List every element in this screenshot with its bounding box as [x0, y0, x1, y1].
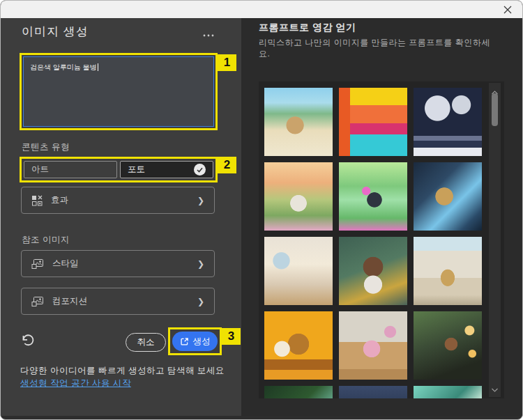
chevron-right-icon: ❯	[197, 196, 204, 205]
generate-icon	[180, 337, 189, 346]
effects-button[interactable]: 효과 ❯	[21, 187, 215, 214]
thumbnail-grid	[264, 88, 482, 398]
chevron-right-icon: ❯	[197, 259, 204, 269]
step-badge-1: 1	[218, 54, 236, 71]
close-icon	[503, 6, 512, 14]
chevron-down-icon	[491, 388, 499, 392]
content-type-photo-button[interactable]: 포토	[120, 161, 213, 178]
generate-image-dialog: 이미지 생성 검은색 알루미늄 물병 1 콘텐츠 유형 아트 포토 2	[0, 0, 523, 420]
inspiration-subtitle: 리믹스하고 나만의 이미지를 만들라는 프롬프트를 확인하세요.	[259, 37, 497, 59]
prompt-input[interactable]: 검은색 알루미늄 물병	[23, 56, 214, 127]
thumbnail-pink-still-life[interactable]	[339, 311, 407, 380]
generate-button-label: 생성	[193, 336, 211, 348]
hint-text: 다양한 아이디어를 빠르게 생성하고 탐색해 보세요	[20, 365, 225, 377]
style-image-icon	[31, 258, 44, 270]
prompt-text: 검은색 알루미늄 물병	[30, 63, 97, 71]
thumbnail-unicorn-illustration[interactable]	[339, 162, 407, 231]
thumbnail-tropical-beach-hut[interactable]	[264, 88, 333, 156]
generate-button[interactable]: 생성	[172, 332, 218, 351]
highlight-box-3: 생성	[168, 327, 222, 355]
undo-icon	[20, 333, 36, 347]
thumbnail-elderly-man-portrait[interactable]	[339, 237, 407, 305]
effects-icon	[31, 195, 43, 206]
inspiration-grid-container	[259, 81, 504, 398]
thumbnail-leopard-coat-woman[interactable]	[414, 237, 482, 305]
content-type-label: 콘텐츠 유형	[22, 141, 70, 153]
reset-button[interactable]	[20, 333, 37, 348]
thumbnail-stormy-sky[interactable]	[339, 386, 407, 398]
thumbnail-paper-art-winter-night[interactable]	[414, 88, 482, 156]
style-reference-button[interactable]: 스타일 ❯	[21, 250, 215, 277]
thumbnail-jungle-beach[interactable]	[264, 386, 333, 398]
step-badge-3: 3	[222, 328, 241, 345]
chevron-right-icon: ❯	[197, 297, 204, 306]
thumbnail-glass-motorcycle[interactable]	[414, 162, 482, 231]
highlight-box-1: 검은색 알루미늄 물병	[20, 53, 218, 130]
scroll-down-button[interactable]	[491, 382, 499, 395]
inspiration-title: 프롬프트로 영감 얻기	[259, 22, 356, 34]
effects-button-label: 효과	[51, 194, 68, 206]
cancel-button[interactable]: 취소	[126, 333, 166, 352]
thumbnail-planet-landscape[interactable]	[414, 386, 482, 398]
close-button[interactable]	[501, 3, 514, 16]
scrollbar-thumb[interactable]	[492, 93, 498, 126]
more-options-icon	[202, 33, 215, 38]
thumbnail-bright-kitchen-interior[interactable]	[264, 237, 333, 305]
art-button-label: 아트	[31, 164, 49, 176]
reference-image-label: 참조 이미지	[22, 234, 70, 246]
highlight-box-2: 아트 포토	[20, 157, 218, 182]
style-button-label: 스타일	[52, 258, 79, 270]
content-type-art-button[interactable]: 아트	[24, 161, 117, 178]
more-options-button[interactable]	[202, 28, 215, 40]
title-bar	[1, 1, 522, 18]
thumbnail-giraffe-sunglasses[interactable]	[264, 311, 333, 380]
grid-scrollbar[interactable]	[489, 83, 501, 397]
generation-settings-panel: 이미지 생성 검은색 알루미늄 물병 1 콘텐츠 유형 아트 포토 2	[1, 18, 241, 416]
composition-reference-button[interactable]: 컴포지션 ❯	[21, 288, 215, 315]
panel-title: 이미지 생성	[22, 24, 89, 40]
cancel-button-label: 취소	[137, 336, 155, 348]
generative-workspace-link[interactable]: 생성형 작업 공간 사용 시작	[20, 378, 131, 389]
check-icon	[194, 164, 206, 176]
step-badge-2: 2	[218, 157, 236, 173]
thumbnail-colorful-modern-house[interactable]	[339, 88, 407, 156]
thumbnail-young-man-portrait[interactable]	[414, 311, 482, 380]
thumbnail-fluffy-cat-meadow[interactable]	[264, 162, 333, 231]
text-caret	[98, 63, 98, 71]
composition-image-icon	[31, 296, 44, 307]
inspiration-panel: 프롬프트로 영감 얻기 리믹스하고 나만의 이미지를 만들라는 프롬프트를 확인…	[241, 18, 522, 416]
photo-button-label: 포토	[128, 164, 145, 176]
composition-button-label: 컴포지션	[52, 295, 87, 307]
